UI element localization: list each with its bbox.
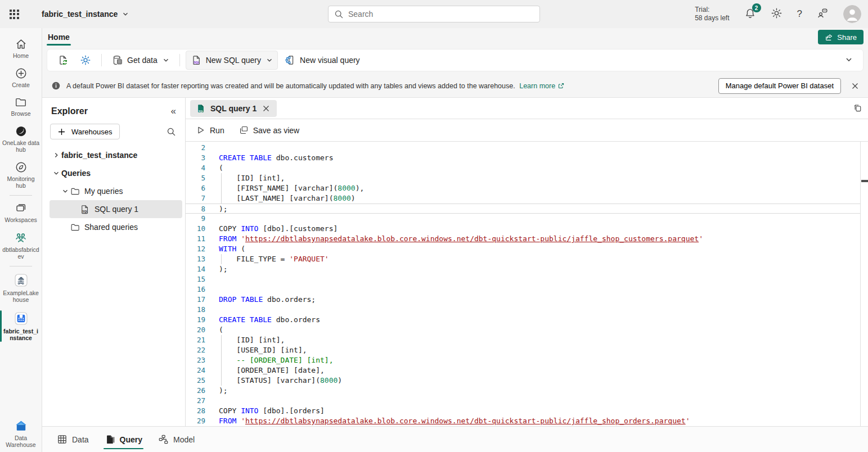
view-tab-label: Model bbox=[173, 435, 195, 444]
line-number: 14 bbox=[186, 264, 205, 274]
code-line-4[interactable]: 4( bbox=[186, 163, 860, 173]
code-line-2[interactable]: 2 bbox=[186, 143, 860, 153]
code-line-10[interactable]: 10COPY INTO [dbo].[customers] bbox=[186, 224, 860, 234]
tree-item-queries[interactable]: Queries bbox=[42, 164, 182, 182]
search-input[interactable] bbox=[348, 10, 534, 19]
new-sql-query-button[interactable]: SQL New SQL query bbox=[186, 51, 278, 70]
line-number: 19 bbox=[186, 315, 205, 325]
code-line-16[interactable]: 16 bbox=[186, 284, 860, 295]
chevron-down-icon[interactable] bbox=[51, 170, 61, 177]
code-text: CREATE TABLE dbo.orders bbox=[219, 315, 320, 325]
code-line-18[interactable]: 18 bbox=[186, 305, 860, 315]
view-tab-query[interactable]: Query bbox=[99, 427, 148, 452]
tree-item-my-queries[interactable]: My queries bbox=[42, 182, 182, 200]
toolbar-expand-button[interactable] bbox=[840, 53, 857, 67]
new-visual-query-button[interactable]: New visual query bbox=[280, 51, 365, 69]
rail-item-data-warehouse[interactable]: Data Warehouse bbox=[0, 415, 42, 452]
svg-text:SQL: SQL bbox=[82, 210, 88, 213]
chevron-right-icon[interactable] bbox=[51, 152, 61, 159]
scroll-marker bbox=[861, 180, 868, 182]
model-diagram-icon bbox=[158, 434, 169, 445]
tree-item-label: My queries bbox=[84, 187, 123, 196]
code-line-9[interactable]: 9 bbox=[186, 214, 860, 224]
code-line-12[interactable]: 12WITH ( bbox=[186, 244, 860, 254]
code-line-8[interactable]: 8); bbox=[186, 204, 860, 214]
run-button[interactable]: Run bbox=[196, 125, 224, 135]
share-button[interactable]: Share bbox=[818, 30, 863, 44]
code-line-26[interactable]: 26); bbox=[186, 386, 860, 396]
view-tab-model[interactable]: Model bbox=[152, 427, 200, 452]
workspace-switcher[interactable]: fabric_test_instance bbox=[42, 10, 129, 19]
line-number: 20 bbox=[186, 325, 205, 335]
app-launcher-icon[interactable] bbox=[0, 0, 28, 28]
global-search[interactable] bbox=[328, 6, 540, 22]
code-line-23[interactable]: 23 -- [ORDER_DATE] [int], bbox=[186, 355, 860, 365]
line-number: 21 bbox=[186, 335, 205, 345]
tree-item-fabric-test-instance[interactable]: fabric_test_instance bbox=[42, 146, 182, 164]
rail-item-home[interactable]: Home bbox=[0, 34, 42, 63]
gear-icon bbox=[771, 7, 782, 19]
code-line-28[interactable]: 28COPY INTO [dbo].[orders] bbox=[186, 406, 860, 416]
collapse-explorer-button[interactable]: « bbox=[171, 106, 176, 117]
code-line-6[interactable]: 6 [FIRST_NAME] [varchar](8000), bbox=[186, 183, 860, 193]
settings-button[interactable] bbox=[771, 7, 782, 21]
tab-sql-query-1[interactable]: SQL SQL query 1 bbox=[190, 100, 277, 117]
rail-item-onelake-data-hub[interactable]: OneLake data hub bbox=[0, 121, 42, 157]
code-line-21[interactable]: 21 [ID] [int], bbox=[186, 335, 860, 345]
avatar[interactable] bbox=[843, 5, 861, 23]
explorer-title: Explorer bbox=[51, 106, 88, 116]
code-text: FROM 'https://dbtlabsynapsedatalake.blob… bbox=[219, 234, 703, 244]
code-line-14[interactable]: 14); bbox=[186, 264, 860, 274]
rail-item-dbtlabsfabricdev[interactable]: dbtlabsfabricdev bbox=[0, 227, 42, 264]
manage-dataset-button[interactable]: Manage default Power BI dataset bbox=[718, 78, 841, 94]
code-line-22[interactable]: 22 [USER_ID] [int], bbox=[186, 345, 860, 355]
code-line-27[interactable]: 27 bbox=[186, 396, 860, 406]
chevron-down-icon[interactable] bbox=[60, 188, 70, 195]
code-line-25[interactable]: 25 [STATUS] [varchar](8000) bbox=[186, 376, 860, 386]
code-line-29[interactable]: 29FROM 'https://dbtlabsynapsedatalake.bl… bbox=[186, 416, 860, 426]
copy-icon[interactable] bbox=[853, 103, 862, 113]
view-tab-data[interactable]: Data bbox=[51, 427, 95, 452]
warehouse-settings-button[interactable] bbox=[75, 51, 96, 69]
save-as-view-button[interactable]: Save as view bbox=[239, 125, 299, 135]
code-line-19[interactable]: 19CREATE TABLE dbo.orders bbox=[186, 315, 860, 325]
learn-more-link[interactable]: Learn more bbox=[519, 82, 565, 90]
notification-badge: 2 bbox=[752, 3, 761, 12]
feedback-button[interactable] bbox=[817, 7, 829, 21]
code-line-3[interactable]: 3CREATE TABLE dbo.customers bbox=[186, 153, 860, 163]
notifications-button[interactable]: 2 bbox=[744, 7, 756, 21]
banner-close-icon[interactable] bbox=[850, 81, 860, 91]
tree-item-label: fabric_test_instance bbox=[61, 151, 137, 160]
code-text: [LAST_NAME] [varchar](8000) bbox=[219, 193, 356, 204]
code-line-5[interactable]: 5 [ID] [int], bbox=[186, 173, 860, 183]
rail-item-fabric-test-instance[interactable]: fabric_test_instance bbox=[0, 307, 42, 345]
code-editor[interactable]: 23CREATE TABLE dbo.customers4(5 [ID] [in… bbox=[186, 142, 868, 426]
line-number: 17 bbox=[186, 295, 205, 305]
refresh-script-button[interactable] bbox=[53, 51, 73, 69]
code-line-17[interactable]: 17DROP TABLE dbo.orders; bbox=[186, 295, 860, 305]
tree-item-shared-queries[interactable]: Shared queries bbox=[42, 218, 182, 236]
code-line-11[interactable]: 11FROM 'https://dbtlabsynapsedatalake.bl… bbox=[186, 234, 860, 244]
explorer-search-icon[interactable] bbox=[167, 127, 176, 137]
rail-item-monitoring-hub[interactable]: Monitoring hub bbox=[0, 157, 42, 193]
feedback-icon bbox=[817, 7, 829, 19]
get-data-button[interactable]: Get data bbox=[107, 51, 174, 69]
rail-item-label: Monitoring hub bbox=[2, 175, 39, 189]
rail-item-workspaces[interactable]: Workspaces bbox=[0, 198, 42, 227]
code-line-20[interactable]: 20( bbox=[186, 325, 860, 335]
code-line-13[interactable]: 13 FILE_TYPE = 'PARQUET' bbox=[186, 254, 860, 264]
explorer-tree: fabric_test_instanceQueriesMy queriesSQL… bbox=[42, 146, 185, 426]
new-warehouse-button[interactable]: Warehouses bbox=[50, 124, 120, 139]
tree-item-sql-query-1[interactable]: SQLSQL query 1 bbox=[50, 200, 182, 218]
tab-home[interactable]: Home bbox=[47, 28, 71, 46]
rail-item-create[interactable]: Create bbox=[0, 63, 42, 92]
code-line-7[interactable]: 7 [LAST_NAME] [varchar](8000) bbox=[186, 193, 860, 204]
close-tab-icon[interactable] bbox=[261, 103, 271, 114]
left-nav-rail: Home Create Browse OneLake data hub Moni… bbox=[0, 28, 42, 452]
code-line-24[interactable]: 24 [ORDER_DATE] [date], bbox=[186, 365, 860, 376]
help-button[interactable]: ? bbox=[797, 8, 802, 20]
overview-ruler[interactable] bbox=[860, 142, 868, 426]
rail-item-examplelakehouse[interactable]: ExampleLakehouse bbox=[0, 269, 42, 307]
rail-item-browse[interactable]: Browse bbox=[0, 92, 42, 121]
code-line-15[interactable]: 15 bbox=[186, 274, 860, 284]
